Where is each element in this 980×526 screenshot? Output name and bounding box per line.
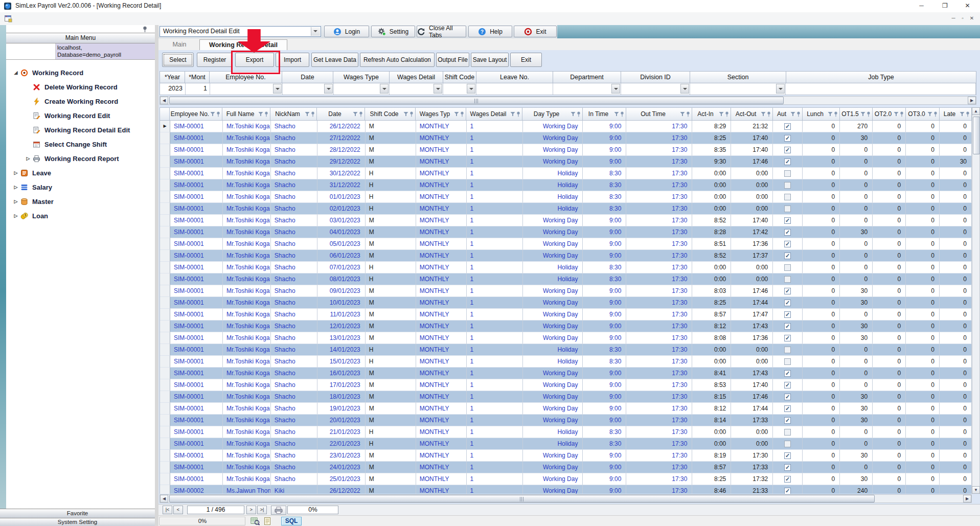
pin-icon[interactable] (311, 111, 315, 117)
aut-checkbox[interactable]: ✓ (784, 311, 791, 318)
grid-header-late[interactable]: Late (940, 107, 972, 121)
row-selector[interactable] (160, 462, 170, 473)
filter-header-date[interactable]: Date (282, 71, 333, 83)
filter-input-leave-no[interactable] (476, 83, 553, 95)
toolbar-button-help[interactable]: ?Help (468, 26, 512, 37)
row-selector[interactable] (160, 415, 170, 426)
filter-funnel-icon[interactable] (860, 111, 865, 117)
row-selector[interactable]: ▶ (160, 121, 170, 132)
grid-header-employee-no[interactable]: Employee No. (170, 107, 222, 121)
grid-header-act-in[interactable]: Act-In (692, 107, 731, 121)
row-selector[interactable] (160, 438, 170, 450)
aut-checkbox[interactable]: ✓ (784, 241, 791, 247)
aut-checkbox[interactable]: ✓ (784, 476, 791, 483)
filter-funnel-icon[interactable] (353, 111, 358, 117)
table-row[interactable]: SIM-00001Mr.Toshiki KogaShacho27/12/2022… (160, 132, 972, 144)
screen-selector-combo[interactable]: Working Record Detail Edit (159, 26, 321, 37)
row-selector[interactable] (160, 309, 170, 321)
pin-icon[interactable] (966, 111, 970, 117)
table-row[interactable]: SIM-00001Mr.Toshiki KogaShacho22/01/2023… (160, 438, 972, 450)
grid-header-out-time[interactable]: Out Time (626, 107, 692, 121)
table-row[interactable]: SIM-00001Mr.Toshiki KogaShacho09/01/2023… (160, 285, 972, 297)
filter-header-employee-no[interactable]: Employee No. (210, 71, 282, 83)
table-row[interactable]: SIM-00001Mr.Toshiki KogaShacho01/01/2023… (160, 191, 972, 203)
chevron-down-icon[interactable] (776, 84, 785, 94)
scroll-down-arrow[interactable]: ▼ (972, 486, 980, 494)
row-selector[interactable] (160, 321, 170, 332)
filter-header-leave-no[interactable]: Leave No. (476, 71, 553, 83)
table-row[interactable]: SIM-00002Ms.Jaiwun ThonKiki26/12/2022MMO… (160, 485, 972, 494)
filter-header-section[interactable]: Section (690, 71, 786, 83)
filter-input-department[interactable] (553, 83, 621, 95)
filter-input-division-id[interactable] (621, 83, 690, 95)
aut-checkbox[interactable]: ✓ (784, 382, 791, 388)
pin-icon[interactable] (867, 111, 871, 117)
pin-icon[interactable] (796, 111, 801, 117)
grid-header-lunch[interactable]: Lunch (803, 107, 840, 121)
chevron-down-icon[interactable] (273, 84, 282, 94)
pin-icon[interactable] (900, 111, 904, 117)
table-row[interactable]: ▶SIM-00001Mr.Toshiki KogaShacho26/12/202… (160, 121, 972, 132)
pin-icon[interactable] (264, 111, 268, 117)
aut-checkbox[interactable]: ✓ (784, 370, 791, 377)
filter-header-job-type[interactable]: Job Type (786, 71, 976, 83)
chevron-down-icon[interactable] (680, 84, 689, 94)
grid-header-aut[interactable]: Aut (773, 107, 803, 121)
table-row[interactable]: SIM-00001Mr.Toshiki KogaShacho21/01/2023… (160, 426, 972, 438)
sidebar-item-working-record-edit[interactable]: Working Record Edit (6, 108, 155, 123)
tab-main-menu[interactable]: Main Menu (161, 39, 198, 50)
row-selector[interactable] (160, 215, 170, 226)
filter-input-date[interactable] (283, 83, 334, 95)
refresh-auto-calculation-button[interactable]: Refresh Auto Calculation (360, 53, 435, 67)
sidebar-item-create-working-record[interactable]: Create Working Record (6, 94, 155, 108)
aut-checkbox[interactable]: ✓ (784, 335, 791, 341)
pin-icon[interactable] (686, 111, 690, 117)
tab-working-record-detail-edit[interactable]: Working Record Detail Edit (199, 39, 287, 51)
toolbar-button-close-all-tabs[interactable]: Close All Tabs (417, 26, 466, 37)
aut-checkbox[interactable] (784, 182, 791, 189)
aut-checkbox[interactable] (784, 347, 791, 353)
system-setting-band[interactable]: System Setting (0, 518, 155, 526)
table-row[interactable]: SIM-00001Mr.Toshiki KogaShacho15/01/2023… (160, 356, 972, 368)
table-row[interactable]: SIM-00001Mr.Toshiki KogaShacho05/01/2023… (160, 238, 972, 250)
toolbar-button-setting[interactable]: Setting (371, 26, 415, 37)
table-row[interactable]: SIM-00001Mr.Toshiki KogaShacho28/12/2022… (160, 144, 972, 156)
table-row[interactable]: SIM-00001Mr.Toshiki KogaShacho30/12/2022… (160, 168, 972, 179)
grid-header-act-out[interactable]: Act-Out (731, 107, 773, 121)
aut-checkbox[interactable] (784, 264, 791, 271)
table-row[interactable]: SIM-00001Mr.Toshiki KogaShacho18/01/2023… (160, 391, 972, 403)
aut-checkbox[interactable] (784, 276, 791, 283)
register-button[interactable]: Register (197, 53, 233, 67)
grid-header-ot3-0[interactable]: OT3.0 (906, 107, 940, 121)
sidebar-item-select-change-shift[interactable]: Select Change Shift (6, 137, 155, 151)
aut-checkbox[interactable] (784, 194, 791, 200)
sidebar-item-working-record-report[interactable]: ▷Working Record Report (6, 151, 155, 166)
exit-button[interactable]: Exit (510, 53, 542, 67)
pin-icon[interactable] (516, 111, 520, 117)
filter-funnel-icon[interactable] (790, 111, 795, 117)
filter-input-job-type[interactable] (786, 83, 976, 95)
table-row[interactable]: SIM-00001Mr.Toshiki KogaShacho11/01/2023… (160, 309, 972, 321)
filter-input-wages-type[interactable] (334, 83, 390, 95)
row-selector[interactable] (160, 191, 170, 203)
chevron-down-icon[interactable] (324, 84, 333, 94)
row-selector[interactable] (160, 450, 170, 462)
table-row[interactable]: SIM-00001Mr.Toshiki KogaShacho04/01/2023… (160, 226, 972, 238)
row-selector[interactable] (160, 403, 170, 415)
aut-checkbox[interactable]: ✓ (784, 123, 791, 130)
row-selector[interactable] (160, 226, 170, 238)
row-selector[interactable] (160, 485, 170, 494)
aut-checkbox[interactable]: ✓ (784, 158, 791, 165)
tree-expander-collapsed[interactable]: ▷ (12, 185, 19, 190)
grid-header-wages-typ[interactable]: Wages Typ (416, 107, 466, 121)
aut-checkbox[interactable]: ✓ (784, 323, 791, 330)
aut-checkbox[interactable]: ✓ (784, 488, 791, 494)
table-row[interactable]: SIM-00001Mr.Toshiki KogaShacho13/01/2023… (160, 332, 972, 344)
favorite-band[interactable]: Favorite (0, 509, 155, 518)
pin-icon[interactable] (834, 111, 838, 117)
grid-horizontal-scrollbar[interactable]: ◀ ▶ (159, 494, 972, 503)
filter-funnel-icon[interactable] (719, 111, 724, 117)
row-selector[interactable] (160, 285, 170, 297)
grid-header-full-name[interactable]: Full Name (222, 107, 270, 121)
mdi-restore-button[interactable]: ▫ (959, 14, 967, 22)
